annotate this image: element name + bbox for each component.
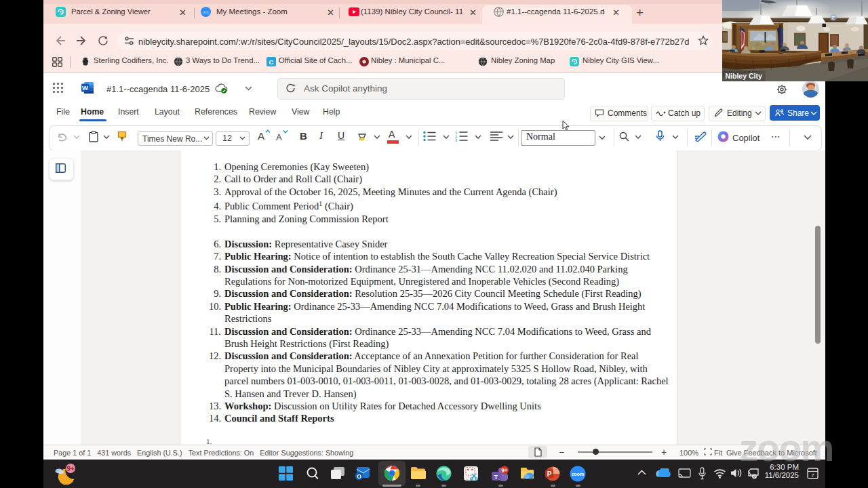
svg-text:9+: 9+ bbox=[66, 465, 75, 472]
svg-text:zoom: zoom bbox=[572, 472, 584, 476]
svg-text:7: 7 bbox=[811, 472, 814, 479]
svg-text:T: T bbox=[494, 473, 498, 481]
svg-text:O: O bbox=[357, 473, 361, 480]
svg-text:Nibley City: Nibley City bbox=[726, 72, 762, 80]
svg-text:P: P bbox=[547, 470, 552, 478]
svg-text:9+: 9+ bbox=[501, 467, 508, 474]
